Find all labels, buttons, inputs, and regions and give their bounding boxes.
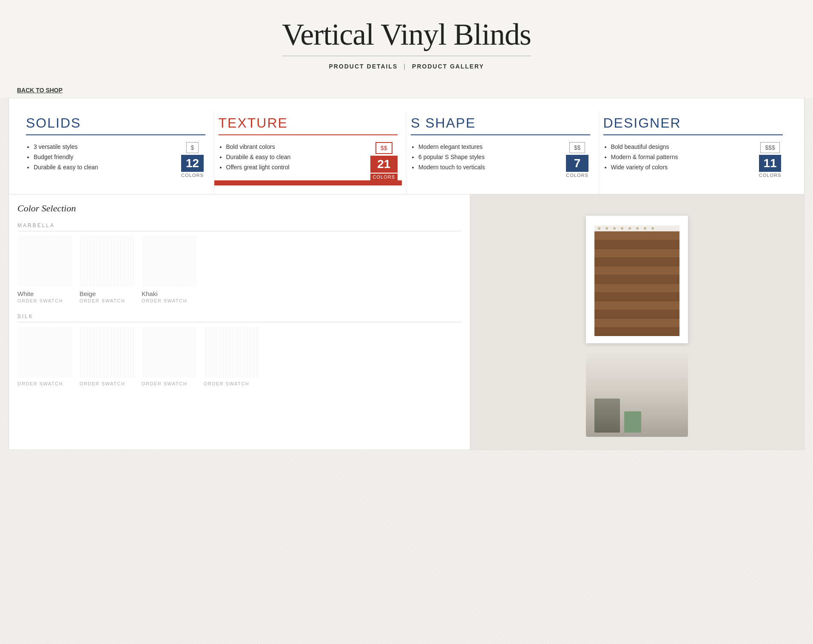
page-title: Vertical Vinyl Blinds xyxy=(282,17,531,56)
blind-dot-3 xyxy=(613,227,616,230)
nav-separator: | xyxy=(404,63,406,70)
swatch-silk4-order[interactable]: ORDER SWATCH xyxy=(204,381,249,386)
blind-dot-7 xyxy=(644,227,646,230)
solids-feature-1: 3 versatile styles xyxy=(34,142,176,152)
designer-meta: $$$ 11 COLORS xyxy=(757,142,783,178)
nav-product-details[interactable]: PRODUCT DETAILS xyxy=(329,63,398,70)
blind-dot-1 xyxy=(598,227,600,230)
color-panel-title: Color Selection xyxy=(17,203,461,214)
product-col-texture: TEXTURE Bold vibrant colors Durabile & e… xyxy=(214,111,407,194)
blind-slat-5 xyxy=(594,266,679,275)
sshape-price: $$ xyxy=(569,142,586,153)
texture-colors-num: 21 xyxy=(370,156,398,173)
sshape-colors-label: COLORS xyxy=(566,173,588,178)
blind-dot-8 xyxy=(651,227,654,230)
blind-dot-5 xyxy=(628,227,631,230)
texture-meta: $$ 21 COLORS xyxy=(370,142,398,180)
solids-colors-num: 12 xyxy=(181,155,203,172)
blind-slat-6 xyxy=(594,275,679,284)
blind-visual xyxy=(594,225,679,336)
solids-features: 3 versatile styles Budget friendly Durab… xyxy=(26,142,176,172)
designer-title: DESIGNER xyxy=(603,115,783,135)
product-grid: SOLIDS 3 versatile styles Budget friendl… xyxy=(22,111,791,194)
solids-meta: $ 12 COLORS xyxy=(180,142,205,178)
swatch-khaki: Khaki ORDER SWATCH xyxy=(142,236,197,303)
swatch-silk3-img[interactable] xyxy=(142,327,197,378)
swatch-beige: Beige ORDER SWATCH xyxy=(80,236,135,303)
swatch-silk2: ORDER SWATCH xyxy=(80,327,135,386)
blind-slat-7 xyxy=(594,284,679,293)
sshape-feature-2: 6 popular S Shape styles xyxy=(418,152,560,162)
blind-dot-4 xyxy=(621,227,623,230)
blind-dot-6 xyxy=(636,227,639,230)
blind-slat-4 xyxy=(594,258,679,267)
sshape-features: Modern elegant textures 6 popular S Shap… xyxy=(411,142,560,172)
decor-plant xyxy=(624,411,641,433)
blind-photo xyxy=(586,216,688,343)
swatch-silk1-img[interactable] xyxy=(17,327,73,378)
designer-price: $$$ xyxy=(760,142,779,153)
swatch-white-img[interactable] xyxy=(17,236,73,287)
color-panel: Color Selection MARBELLA White ORDER SWA… xyxy=(9,194,470,450)
swatch-beige-order[interactable]: ORDER SWATCH xyxy=(80,298,125,303)
swatch-group-marbella: MARBELLA White ORDER SWATCH Beige ORDER … xyxy=(17,222,461,303)
silk-swatches: ORDER SWATCH ORDER SWATCH ORDER SWATCH O… xyxy=(17,327,461,386)
swatch-silk3: ORDER SWATCH xyxy=(142,327,197,386)
sshape-colors: 7 COLORS xyxy=(566,155,588,178)
solids-title: SOLIDS xyxy=(26,115,205,135)
blind-slat-12 xyxy=(594,328,679,336)
designer-colors-num: 11 xyxy=(759,155,781,172)
swatch-silk3-order[interactable]: ORDER SWATCH xyxy=(142,381,187,386)
room-scene xyxy=(586,352,688,437)
bottom-layout: Color Selection MARBELLA White ORDER SWA… xyxy=(9,194,804,450)
swatch-group-silk: SILK ORDER SWATCH ORDER SWATCH ORDER SWA… xyxy=(17,313,461,386)
texture-colors: 21 COLORS xyxy=(370,156,398,180)
swatch-silk4-img[interactable] xyxy=(204,327,259,378)
texture-colors-label: COLORS xyxy=(370,174,398,180)
product-col-sshape: S SHAPE Modern elegant textures 6 popula… xyxy=(406,111,599,194)
blind-slat-3 xyxy=(594,249,679,258)
swatch-silk1-order[interactable]: ORDER SWATCH xyxy=(17,381,63,386)
swatch-beige-img[interactable] xyxy=(80,236,135,287)
texture-title: TEXTURE xyxy=(219,115,398,135)
designer-colors-label: COLORS xyxy=(759,173,781,178)
texture-feature-2: Durabile & easy to clean xyxy=(226,152,366,162)
swatch-white-order[interactable]: ORDER SWATCH xyxy=(17,298,63,303)
designer-features: Bold beautiful designs Modern & formal p… xyxy=(603,142,753,172)
blind-slat-2 xyxy=(594,240,679,249)
solids-colors-label: COLORS xyxy=(181,173,203,178)
blind-slats xyxy=(594,231,679,336)
swatch-silk2-order[interactable]: ORDER SWATCH xyxy=(80,381,125,386)
solids-feature-3: Durabile & easy to clean xyxy=(34,162,176,173)
blind-slat-1 xyxy=(594,231,679,240)
designer-feature-3: Wide variety of colors xyxy=(611,162,753,173)
designer-feature-2: Modern & formal patterns xyxy=(611,152,753,162)
blind-dot-2 xyxy=(605,227,608,230)
sshape-title: S SHAPE xyxy=(411,115,590,135)
header: Vertical Vinyl Blinds PRODUCT DETAILS | … xyxy=(0,0,813,78)
blind-rail xyxy=(594,225,679,231)
swatch-khaki-img[interactable] xyxy=(142,236,197,287)
sshape-feature-1: Modern elegant textures xyxy=(418,142,560,152)
sshape-meta: $$ 7 COLORS xyxy=(565,142,590,178)
texture-feature-3: Offers great light control xyxy=(226,162,366,173)
swatch-silk2-img[interactable] xyxy=(80,327,135,378)
silk-label: SILK xyxy=(17,313,461,322)
nav-product-gallery[interactable]: PRODUCT GALLERY xyxy=(412,63,484,70)
nav-links: PRODUCT DETAILS | PRODUCT GALLERY xyxy=(9,63,804,70)
blind-slat-11 xyxy=(594,319,679,328)
swatch-white: White ORDER SWATCH xyxy=(17,236,73,303)
texture-feature-1: Bold vibrant colors xyxy=(226,142,366,152)
sshape-colors-num: 7 xyxy=(566,155,588,172)
texture-red-bar xyxy=(214,180,402,185)
back-to-shop-link[interactable]: BACK TO SHOP xyxy=(0,78,813,98)
blind-slat-9 xyxy=(594,301,679,310)
solids-feature-2: Budget friendly xyxy=(34,152,176,162)
swatch-beige-name: Beige xyxy=(80,290,96,297)
solids-colors: 12 COLORS xyxy=(181,155,203,178)
product-col-solids: SOLIDS 3 versatile styles Budget friendl… xyxy=(22,111,214,194)
swatch-white-name: White xyxy=(17,290,34,297)
blind-slat-10 xyxy=(594,310,679,319)
texture-price: $$ xyxy=(375,142,392,154)
swatch-khaki-order[interactable]: ORDER SWATCH xyxy=(142,298,187,303)
